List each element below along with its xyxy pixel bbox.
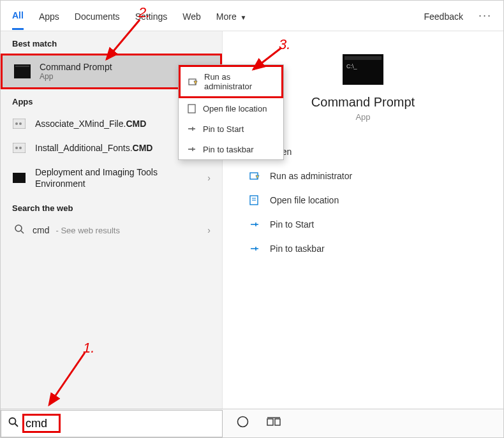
best-match-subtitle: App <box>40 72 112 81</box>
annotation-2: 2. <box>138 4 150 21</box>
section-search-web: Search the web <box>1 196 222 218</box>
context-open-location[interactable]: Open file location <box>179 98 283 119</box>
svg-point-6 <box>15 147 18 149</box>
svg-point-3 <box>15 122 18 125</box>
chevron-down-icon: ▼ <box>241 14 247 21</box>
action-open-location[interactable]: Open file location <box>249 188 503 212</box>
cmd-file-icon <box>12 142 26 154</box>
tab-web[interactable]: Web <box>182 3 201 29</box>
pin-taskbar-icon <box>249 243 261 254</box>
search-icon <box>12 224 26 236</box>
context-pin-start[interactable]: Pin to Start <box>179 119 283 139</box>
action-run-admin[interactable]: Run as administrator <box>249 164 503 188</box>
search-input[interactable] <box>26 411 222 437</box>
svg-rect-24 <box>267 419 273 425</box>
search-icon <box>1 417 26 430</box>
feedback-link[interactable]: Feedback <box>424 3 463 29</box>
folder-icon <box>249 194 261 206</box>
svg-point-21 <box>10 418 16 425</box>
svg-rect-20 <box>188 105 195 113</box>
command-prompt-icon <box>14 64 31 78</box>
annotation-1: 1. <box>83 340 94 356</box>
search-box[interactable] <box>1 410 223 437</box>
task-view-icon[interactable] <box>267 417 281 430</box>
context-pin-taskbar[interactable]: Pin to taskbar <box>179 139 283 159</box>
preview-subtitle: App <box>355 112 370 122</box>
pin-taskbar-icon <box>186 144 196 154</box>
svg-point-23 <box>238 417 248 427</box>
svg-line-27 <box>49 353 85 405</box>
folder-icon <box>186 103 196 113</box>
tab-apps[interactable]: Apps <box>39 3 59 29</box>
svg-line-22 <box>15 424 19 427</box>
tab-more[interactable]: More ▼ <box>216 3 247 29</box>
app-result-row[interactable]: Deployment and Imaging Tools Environment… <box>1 160 222 196</box>
svg-text:C:\_: C:\_ <box>346 63 358 69</box>
context-menu: Run as administrator Open file location … <box>178 64 284 160</box>
cmd-file-icon <box>12 118 26 129</box>
svg-rect-8 <box>13 173 26 183</box>
svg-point-7 <box>19 147 22 149</box>
pin-start-icon <box>186 124 196 134</box>
svg-line-10 <box>21 231 24 233</box>
svg-point-9 <box>15 225 22 231</box>
action-pin-start[interactable]: Pin to Start <box>249 212 503 237</box>
annotation-arrow-1 <box>39 350 103 414</box>
command-prompt-icon: C:\_ <box>343 54 383 85</box>
action-open[interactable]: Open <box>249 140 503 164</box>
command-prompt-icon <box>12 172 26 184</box>
search-filter-bar: All Apps Documents Settings Web More ▼ F… <box>1 1 503 31</box>
admin-icon <box>249 170 261 182</box>
pin-start-icon <box>249 219 261 230</box>
svg-line-28 <box>107 20 140 59</box>
overflow-icon[interactable]: ··· <box>478 9 492 22</box>
preview-title: Command Prompt <box>311 95 415 110</box>
annotation-arrow-2 <box>96 17 154 68</box>
admin-icon <box>188 77 198 87</box>
svg-rect-12 <box>345 56 382 60</box>
svg-rect-1 <box>15 66 29 67</box>
chevron-right-icon: › <box>207 225 211 235</box>
svg-line-29 <box>253 48 281 69</box>
web-result-row[interactable]: cmd - See web results › <box>1 218 222 242</box>
action-pin-taskbar[interactable]: Pin to taskbar <box>249 237 503 261</box>
svg-rect-25 <box>275 419 280 425</box>
svg-point-4 <box>19 122 22 125</box>
annotation-3: 3. <box>279 36 290 53</box>
cortana-icon[interactable] <box>237 416 249 431</box>
chevron-right-icon: › <box>207 173 211 183</box>
tab-all[interactable]: All <box>12 1 24 30</box>
